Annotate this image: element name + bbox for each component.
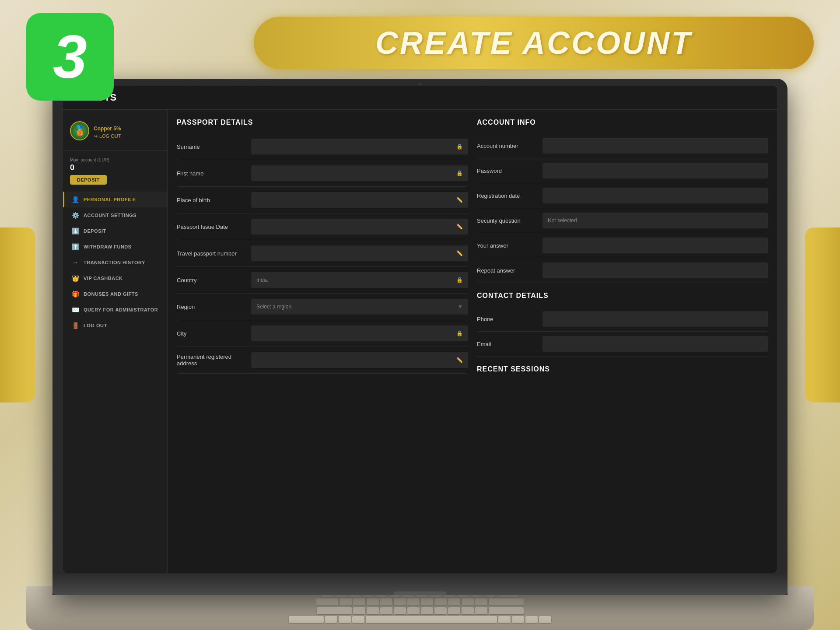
logo: 1X SLOTS xyxy=(72,92,768,103)
key xyxy=(407,598,420,606)
input-country: India 🔒 xyxy=(251,272,468,288)
passport-field-first-name: First name 🔒 xyxy=(177,160,468,187)
sidebar-item-deposit[interactable]: ⬇️ DEPOSIT xyxy=(63,223,168,239)
sidebar-item-account-settings[interactable]: ⚙️ ACCOUNT SETTINGS xyxy=(63,207,168,223)
label-passport-issue-date: Passport Issue Date xyxy=(177,224,247,230)
key xyxy=(434,598,447,606)
sidebar-item-withdraw-funds[interactable]: ⬆️ WITHDRAW FUNDS xyxy=(63,239,168,255)
input-passport-issue-date[interactable]: ✏️ xyxy=(251,219,468,234)
passport-fields: Surname 🔒 First name 🔒 Place of birth ✏️… xyxy=(177,133,468,374)
label-travel-passport-number: Travel passport number xyxy=(177,250,247,257)
key xyxy=(394,598,406,606)
key xyxy=(421,607,433,614)
label-permanent-address: Permanent registered address xyxy=(177,354,247,367)
edit-icon: ✏️ xyxy=(456,224,463,230)
ai-value-security-question[interactable]: Not selected xyxy=(542,213,768,228)
nav-icon-vip-cashback: 👑 xyxy=(71,275,79,282)
ai-value-repeat-answer[interactable] xyxy=(542,262,768,278)
content-area: PASSPORT DETAILS Surname 🔒 First name 🔒 … xyxy=(168,110,777,573)
lock-icon: 🔒 xyxy=(456,170,463,176)
key xyxy=(525,616,538,623)
laptop-base xyxy=(52,573,788,595)
input-permanent-address[interactable]: ✏️ xyxy=(251,352,468,368)
contact-details-title: CONTACT DETAILS xyxy=(477,292,768,300)
key xyxy=(434,607,447,614)
key xyxy=(421,598,433,606)
nav-label-vip-cashback: VIP CASHBACK xyxy=(84,276,123,281)
key xyxy=(380,598,392,606)
key xyxy=(462,607,474,614)
key xyxy=(489,607,524,614)
key xyxy=(407,607,420,614)
label-city: City xyxy=(177,330,247,337)
key xyxy=(489,598,524,606)
screen-content: 1X SLOTS 🥉 Copper 5% xyxy=(63,86,777,573)
key xyxy=(316,598,338,606)
ai-value-account-number xyxy=(542,138,768,154)
header-logout-link[interactable]: ↪ LOG OUT xyxy=(94,133,121,139)
account-info-field-registration-date: Registration date xyxy=(477,183,768,208)
contact-value-email[interactable] xyxy=(542,336,768,352)
label-region: Region xyxy=(177,304,247,310)
label-place-of-birth: Place of birth xyxy=(177,197,247,203)
nav-label-personal-profile: PERSONAL PROFILE xyxy=(84,197,136,202)
nav-label-log-out: LOG OUT xyxy=(84,323,107,328)
key xyxy=(498,616,511,623)
sidebar-item-vip-cashback[interactable]: 👑 VIP CASHBACK xyxy=(63,270,168,286)
passport-field-passport-issue-date: Passport Issue Date ✏️ xyxy=(177,214,468,240)
laptop-screen: 1X SLOTS 🥉 Copper 5% xyxy=(63,86,777,573)
deposit-button[interactable]: DEPOSIT xyxy=(70,175,107,185)
key xyxy=(394,607,406,614)
chevron-down-icon: ▼ xyxy=(458,304,463,310)
sidebar-item-personal-profile[interactable]: 👤 PERSONAL PROFILE xyxy=(63,192,168,207)
ai-value-registration-date[interactable] xyxy=(542,188,768,203)
account-info-field-security-question: Security question Not selected xyxy=(477,208,768,233)
select-region[interactable]: Select a region ▼ xyxy=(251,299,468,315)
nav-icon-transaction-history: ↔️ xyxy=(71,259,79,266)
contact-label-email: Email xyxy=(477,341,538,347)
contact-section: CONTACT DETAILS Phone Email xyxy=(477,292,768,357)
nav-label-withdraw-funds: WITHDRAW FUNDS xyxy=(84,244,132,249)
ai-value-your-answer[interactable] xyxy=(542,238,768,253)
edit-icon: ✏️ xyxy=(456,250,463,256)
contact-field-phone: Phone xyxy=(477,307,768,332)
keyboard-row-3 xyxy=(35,607,805,614)
account-info-field-repeat-answer: Repeat answer xyxy=(477,258,768,283)
input-place-of-birth[interactable]: ✏️ xyxy=(251,192,468,208)
lock-icon: 🔒 xyxy=(456,330,463,336)
sidebar-item-transaction-history[interactable]: ↔️ TRANSACTION HISTORY xyxy=(63,255,168,270)
sidebar-item-log-out[interactable]: 🚪 LOG OUT xyxy=(63,318,168,333)
contact-label-phone: Phone xyxy=(477,316,538,322)
sidebar: 🥉 Copper 5% ↪ LOG OUT xyxy=(63,110,168,573)
key xyxy=(539,616,551,623)
label-surname: Surname xyxy=(177,144,247,150)
contact-field-email: Email xyxy=(477,332,768,357)
ai-value-password[interactable] xyxy=(542,163,768,178)
passport-field-region: Region Select a region ▼ xyxy=(177,294,468,320)
nav-label-query-administrator: QUERY FOR ADMINISTRATOR xyxy=(84,307,158,312)
key xyxy=(448,607,460,614)
logout-label[interactable]: LOG OUT xyxy=(99,133,121,139)
key xyxy=(353,607,365,614)
key xyxy=(475,607,487,614)
key xyxy=(448,598,460,606)
ai-label-registration-date: Registration date xyxy=(477,192,538,199)
spacebar-key xyxy=(366,616,497,623)
account-info-field-your-answer: Your answer xyxy=(477,233,768,258)
key xyxy=(367,598,379,606)
key xyxy=(317,607,352,614)
input-first-name: 🔒 xyxy=(251,165,468,181)
nav-label-account-settings: ACCOUNT SETTINGS xyxy=(84,213,136,218)
passport-field-place-of-birth: Place of birth ✏️ xyxy=(177,187,468,214)
input-travel-passport-number[interactable]: ✏️ xyxy=(251,245,468,261)
passport-field-surname: Surname 🔒 xyxy=(177,133,468,160)
sidebar-item-bonuses-gifts[interactable]: 🎁 BONUSES AND GIFTS xyxy=(63,286,168,302)
sidebar-item-query-administrator[interactable]: ✉️ QUERY FOR ADMINISTRATOR xyxy=(63,302,168,318)
input-surname: 🔒 xyxy=(251,139,468,154)
key xyxy=(289,616,324,623)
nav-icon-query-administrator: ✉️ xyxy=(71,306,79,313)
contact-value-phone[interactable] xyxy=(542,311,768,327)
medal-icon: 🥉 xyxy=(74,125,86,136)
user-section: 🥉 Copper 5% ↪ LOG OUT xyxy=(63,117,168,150)
edit-icon: ✏️ xyxy=(456,357,463,363)
